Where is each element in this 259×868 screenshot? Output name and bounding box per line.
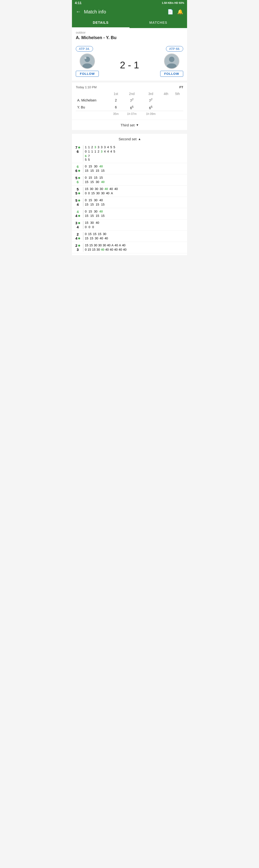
header-actions: 📄 🔔: [167, 9, 183, 14]
app-header: ← Match info 📄 🔔: [72, 6, 187, 18]
third-set-label: Third set: [121, 123, 134, 127]
surface-label: outdoor: [76, 31, 183, 34]
times-row: 35m 1h 07m 1h 09m: [76, 111, 183, 117]
time-set2: 1h 07m: [122, 111, 141, 117]
score-table: 1st 2nd 3rd 4th 5th A. Michelsen 2 77 77…: [76, 91, 183, 117]
player2-name: Y. Bu: [76, 104, 109, 111]
match-datetime: Today 1:10 PM: [76, 85, 97, 89]
page-title: Match info: [84, 9, 106, 14]
time-set1: 35m: [109, 111, 122, 117]
second-set-header[interactable]: Second set ▴: [72, 132, 187, 144]
match-title: A. Michelsen - Y. Bu: [76, 35, 183, 40]
player2-avatar: [164, 54, 180, 69]
p1-set1: 2: [109, 97, 122, 104]
player1-score: 2: [120, 60, 125, 70]
svg-point-5: [169, 57, 174, 62]
player2-side: FOLLOW: [160, 54, 183, 77]
g2-p2-score: 6: [75, 168, 77, 173]
table-row: Y. Bu 6 65 65: [76, 104, 183, 111]
col-5th: 5th: [172, 91, 183, 97]
time-ft-row: Today 1:10 PM FT: [76, 85, 183, 89]
ft-label: FT: [180, 85, 183, 89]
network-speed: 1.58 KB/s HD 93%: [162, 1, 184, 4]
tab-bar: DETAILS MATCHES: [72, 18, 187, 28]
p2-set1: 6: [109, 104, 122, 111]
player1-follow-button[interactable]: FOLLOW: [76, 71, 99, 77]
bell-icon[interactable]: 🔔: [177, 9, 183, 14]
second-set-label: Second set: [119, 137, 136, 141]
atp-badges: ATP 34. ATP 68.: [76, 46, 183, 52]
third-set-header[interactable]: Third set ▾: [72, 120, 187, 130]
players-section: ATP 34. ATP 68. FOLLOW 2 - 1: [72, 46, 187, 81]
p2-set4: [160, 104, 172, 111]
p1-set5: [172, 97, 183, 104]
chevron-up-icon: ▴: [139, 137, 140, 141]
player2-score: 1: [134, 60, 139, 70]
col-4th: 4th: [160, 91, 172, 97]
game1-section: 7 6 112 3 333455 01112 3 4445 67 55: [72, 144, 187, 255]
tab-matches[interactable]: MATCHES: [129, 18, 187, 28]
col-3rd: 3rd: [141, 91, 160, 97]
col-player: [76, 91, 109, 97]
col-2nd: 2nd: [122, 91, 141, 97]
players-row: FOLLOW 2 - 1 FOLLOW: [76, 54, 183, 77]
player1-name: A. Michelsen: [76, 97, 109, 104]
status-bar: 4:11 1.58 KB/s HD 93%: [72, 0, 187, 6]
player2-atp-badge: ATP 68.: [166, 46, 183, 52]
score-display: 2 - 1: [120, 60, 139, 70]
p2-set5: [172, 104, 183, 111]
g1-p1-score: 7: [75, 145, 77, 149]
player1-side: FOLLOW: [76, 54, 99, 77]
back-button[interactable]: ←: [76, 9, 81, 15]
score-section: Today 1:10 PM FT 1st 2nd 3rd 4th 5th A. …: [72, 83, 187, 120]
table-row: A. Michelsen 2 77 77: [76, 97, 183, 104]
player2-follow-button[interactable]: FOLLOW: [160, 71, 183, 77]
match-info-section: outdoor A. Michelsen - Y. Bu: [72, 28, 187, 46]
status-time: 4:11: [75, 1, 82, 5]
p2-set2: 65: [122, 104, 141, 111]
p1-set3: 77: [141, 97, 160, 104]
p1-set4: [160, 97, 172, 104]
score-dash: -: [128, 60, 134, 70]
player1-atp-badge: ATP 34.: [76, 46, 93, 52]
chevron-down-icon: ▾: [136, 123, 138, 127]
p1-set2: 77: [122, 97, 141, 104]
player1-avatar: [79, 54, 95, 69]
status-icons: 1.58 KB/s HD 93%: [162, 1, 184, 4]
document-icon[interactable]: 📄: [167, 9, 173, 14]
svg-point-3: [85, 57, 87, 59]
p2-set3: 65: [141, 104, 160, 111]
time-set3: 1h 09m: [141, 111, 160, 117]
col-1st: 1st: [109, 91, 122, 97]
tab-details[interactable]: DETAILS: [72, 18, 129, 28]
section-divider: [72, 130, 187, 132]
